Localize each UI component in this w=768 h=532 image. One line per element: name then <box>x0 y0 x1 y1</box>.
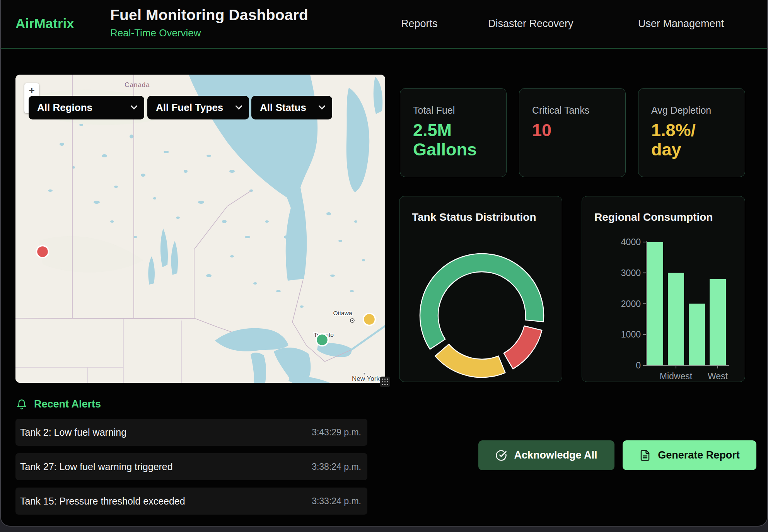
generate-report-label: Generate Report <box>658 449 740 461</box>
stat-card-total-fuel: Total Fuel 2.5MGallons <box>400 88 507 177</box>
alert-message: Tank 27: Low fuel warning triggered <box>20 461 173 472</box>
region-filter-select[interactable]: All Regions <box>29 96 144 119</box>
chevron-down-icon <box>235 102 242 109</box>
regional-consumption-chart-card: Regional Consumption 01000200030004000Mi… <box>582 196 745 382</box>
page-title: Fuel Monitoring Dashboard <box>110 7 308 24</box>
doughnut-chart <box>399 196 563 382</box>
chevron-down-icon <box>318 102 325 109</box>
map-city-label: New York <box>352 375 380 382</box>
alert-row[interactable]: Tank 2: Low fuel warning 3:43:29 p.m. <box>15 419 367 446</box>
bar-ytick-label: 2000 <box>621 299 641 309</box>
generate-report-button[interactable]: Generate Report <box>623 440 756 470</box>
acknowledge-all-button[interactable]: Acknowledge All <box>478 440 614 470</box>
nav-user-management[interactable]: User Management <box>638 18 724 30</box>
stat-value: 10 <box>532 121 614 140</box>
app-logo: AirMatrix <box>15 16 74 31</box>
bar-ytick-label: 0 <box>636 360 641 370</box>
alert-timestamp: 3:43:29 p.m. <box>312 427 361 438</box>
stat-card-avg-depletion: Avg Depletion 1.8%/day <box>638 88 745 177</box>
bar-xtick-label: West <box>708 371 728 381</box>
map-city-label: Ottawa <box>333 310 352 316</box>
fuel-map[interactable]: CanadaOttawaTorontoNew York + − All Regi… <box>15 75 385 383</box>
alert-row[interactable]: Tank 15: Pressure threshold exceeded 3:3… <box>15 488 367 515</box>
acknowledge-all-label: Acknowledge All <box>514 449 597 461</box>
stat-value: 1.8%/day <box>651 121 733 159</box>
app-header: AirMatrix Fuel Monitoring Dashboard Real… <box>1 0 767 49</box>
tank-marker-normal[interactable] <box>316 334 328 346</box>
alert-message: Tank 15: Pressure threshold exceeded <box>20 496 185 507</box>
file-text-icon <box>639 450 651 461</box>
tank-marker-critical[interactable] <box>37 246 49 258</box>
svg-text:Canada: Canada <box>125 81 150 89</box>
status-filter-select[interactable]: All Status <box>251 96 332 119</box>
fuel-filter-value: All Fuel Types <box>156 102 223 114</box>
title-block: Fuel Monitoring Dashboard Real-Time Over… <box>110 7 308 39</box>
alert-timestamp: 3:38:24 p.m. <box>312 462 361 472</box>
alert-timestamp: 3:33:24 p.m. <box>312 496 361 506</box>
map-resize-handle[interactable] <box>380 377 390 387</box>
bar-xtick-label: Midwest <box>660 371 693 381</box>
check-circle-icon <box>495 450 507 461</box>
bar-midwest <box>668 273 684 365</box>
alert-row[interactable]: Tank 27: Low fuel warning triggered 3:38… <box>15 453 367 480</box>
status-filter-value: All Status <box>260 102 306 114</box>
page-subtitle: Real-Time Overview <box>110 27 308 39</box>
nav-disaster-recovery[interactable]: Disaster Recovery <box>488 18 573 30</box>
bar-series-0 <box>647 242 663 365</box>
fuel-type-filter-select[interactable]: All Fuel Types <box>147 96 249 119</box>
stat-label: Critical Tanks <box>532 105 614 116</box>
bar-ytick-label: 1000 <box>621 329 641 339</box>
dashboard-shell: AirMatrix Fuel Monitoring Dashboard Real… <box>0 0 768 527</box>
bar-west <box>710 279 726 365</box>
tank-status-chart-card: Tank Status Distribution <box>399 196 562 382</box>
alerts-title: Recent Alerts <box>34 398 101 410</box>
map-canvas: CanadaOttawaTorontoNew York <box>15 75 385 383</box>
stat-label: Total Fuel <box>413 105 495 116</box>
donut-segment-critical <box>504 326 542 369</box>
chevron-down-icon <box>130 102 137 109</box>
bar-series-2 <box>689 304 705 366</box>
tank-marker-warning[interactable] <box>364 314 375 326</box>
bar-chart: 01000200030004000MidwestWest <box>582 196 746 382</box>
donut-segment-warning <box>435 344 505 377</box>
recent-alerts-header: Recent Alerts <box>16 398 101 410</box>
region-filter-value: All Regions <box>37 102 92 114</box>
nav-reports[interactable]: Reports <box>401 18 438 30</box>
bar-ytick-label: 3000 <box>621 268 641 278</box>
stat-card-critical-tanks: Critical Tanks 10 <box>519 88 626 177</box>
stat-value: 2.5MGallons <box>413 121 495 159</box>
stat-label: Avg Depletion <box>651 105 733 116</box>
bell-icon <box>16 399 27 410</box>
alert-message: Tank 2: Low fuel warning <box>20 427 126 438</box>
bar-ytick-label: 4000 <box>621 237 641 247</box>
